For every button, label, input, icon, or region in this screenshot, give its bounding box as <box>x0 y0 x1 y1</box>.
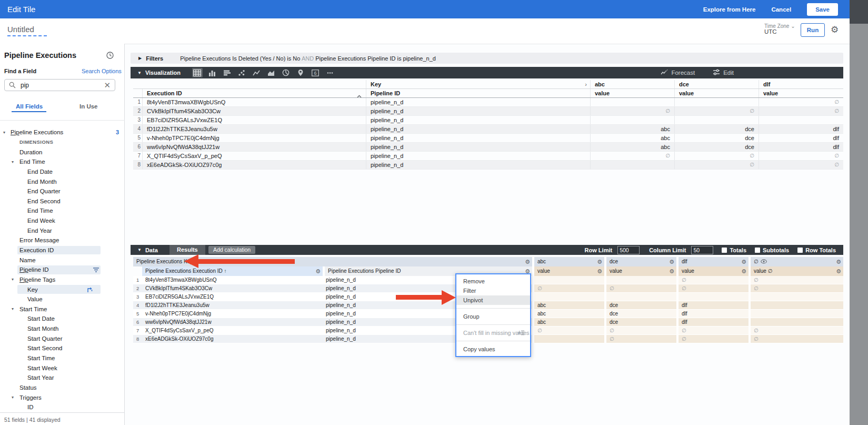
execution-id-cell[interactable]: CVkBkIplTfum4SKab3O3Cw <box>142 284 323 293</box>
value-cell[interactable]: ∅ <box>604 327 676 335</box>
menu-item-unpivot[interactable]: Unpivot <box>456 295 530 305</box>
menu-item-filter[interactable]: Filter <box>456 286 530 295</box>
column-header-pipeline-id[interactable]: Pipeline ID <box>366 89 590 97</box>
sidebar-field-start-second[interactable]: Start Second <box>0 343 125 353</box>
filters-bar[interactable]: ▶ Filters Pipeline Executions Is Deleted… <box>131 53 843 64</box>
cancel-button[interactable]: Cancel <box>771 6 791 13</box>
gear-icon[interactable]: ⚙ <box>836 257 841 266</box>
results-measure-header[interactable]: value ∅⚙ <box>749 266 843 276</box>
pivot-value-header[interactable]: dce <box>674 80 759 88</box>
pivot-icon[interactable] <box>86 286 93 293</box>
measure-column-header[interactable]: value <box>759 89 843 97</box>
pipeline-id-cell[interactable]: pipeline_n_d <box>366 125 590 133</box>
totals-checkbox[interactable] <box>722 248 727 253</box>
value-cell[interactable]: ∅ <box>590 152 674 160</box>
timezone-selector[interactable]: Time Zone ⌄ UTC <box>764 23 795 35</box>
execution-id-cell[interactable]: ww6vIpNvQfWdA38qtJJ21w <box>142 143 366 151</box>
execution-id-cell[interactable]: 8t4yVen8T3mwaXBWgbUSnQ <box>142 98 366 106</box>
value-cell[interactable] <box>674 116 759 124</box>
tab-in-use[interactable]: In Use <box>79 103 98 110</box>
execution-id-cell[interactable]: fD1l2J2hTTKE3Jeanu3u5w <box>142 301 323 310</box>
field-search-box[interactable]: ✕ <box>4 79 115 91</box>
execution-id-cell[interactable]: EB7ciDIZR5GALsJVxwZE1Q <box>142 293 323 301</box>
sidebar-field-execution-id[interactable]: Execution ID <box>0 245 125 255</box>
value-cell[interactable]: ∅ <box>749 284 843 293</box>
pipeline-id-cell[interactable]: pipeline_n_d <box>366 161 590 169</box>
forecast-button[interactable]: Forecast <box>661 69 695 76</box>
value-cell[interactable] <box>676 293 749 301</box>
value-cell[interactable]: ∅ <box>759 161 843 169</box>
value-cell[interactable]: ∅ <box>604 335 676 343</box>
sidebar-field-pipeline-id[interactable]: Pipeline ID <box>0 265 125 275</box>
value-cell[interactable]: abc <box>590 134 674 142</box>
gear-icon[interactable]: ⚙ <box>669 257 674 266</box>
execution-id-cell[interactable]: X_QTIF4dSyCsSaxV_p_peQ <box>142 152 366 160</box>
gear-icon[interactable]: ⚙ <box>669 266 674 276</box>
value-cell[interactable]: dce <box>674 125 759 133</box>
value-cell[interactable] <box>604 293 676 301</box>
results-header-execution-id[interactable]: Pipeline Executions Execution ID ↑⚙ <box>142 266 323 276</box>
menu-item-group[interactable]: Group <box>456 312 530 321</box>
value-cell[interactable]: dlf <box>759 125 843 133</box>
value-cell[interactable] <box>532 276 604 284</box>
search-options-link[interactable]: Search Options <box>82 68 122 74</box>
value-cell[interactable]: ∅ <box>676 335 749 343</box>
value-cell[interactable] <box>749 293 843 301</box>
results-measure-header[interactable]: value⚙ <box>532 266 604 276</box>
value-cell[interactable] <box>749 310 843 318</box>
pipeline-id-cell[interactable]: pipeline_n_d <box>366 116 590 124</box>
value-cell[interactable]: ∅ <box>749 276 843 284</box>
subtotals-checkbox[interactable] <box>755 248 760 253</box>
sidebar-field-duration[interactable]: Duration <box>0 147 125 157</box>
pie-chart-icon[interactable] <box>281 68 291 77</box>
sidebar-field-start-week[interactable]: Start Week <box>0 363 125 373</box>
sidebar-field-end-quarter[interactable]: End Quarter <box>0 186 125 196</box>
sidebar-field-start-time[interactable]: ▾Start Time <box>0 304 125 314</box>
value-cell[interactable]: dce <box>604 301 676 310</box>
value-cell[interactable]: ∅ <box>674 107 759 115</box>
scatter-chart-icon[interactable] <box>236 68 247 77</box>
row-totals-checkbox[interactable] <box>797 248 803 253</box>
value-cell[interactable] <box>604 276 676 284</box>
value-cell[interactable] <box>749 318 843 327</box>
execution-id-cell[interactable]: xE6eADGkSk-OXiUOZ97c0g <box>142 161 366 169</box>
run-button[interactable]: Run <box>801 23 825 37</box>
sidebar-field-status[interactable]: Status <box>0 383 125 393</box>
sidebar-field-start-year[interactable]: Start Year <box>0 373 125 383</box>
pipeline-id-cell[interactable]: pipeline_n_d <box>366 98 590 106</box>
explore-from-here-link[interactable]: Explore from Here <box>703 6 756 13</box>
pipeline-id-cell[interactable]: pipeline_n_d <box>366 107 590 115</box>
results-pivot-value-header[interactable]: dlf⚙ <box>676 257 749 266</box>
value-cell[interactable]: ∅ <box>604 284 676 293</box>
add-calculation-button[interactable]: Add calculation <box>208 246 255 254</box>
sidebar-field-end-time[interactable]: End Time <box>0 206 125 216</box>
sidebar-field-name[interactable]: Name <box>0 255 125 265</box>
value-cell[interactable]: dlf <box>676 301 749 310</box>
execution-id-cell[interactable]: fD1l2J2hTTKE3Jeanu3u5w <box>142 125 366 133</box>
menu-item-copy-values[interactable]: Copy values <box>456 344 530 354</box>
value-cell[interactable]: ∅ <box>749 327 843 335</box>
sidebar-field-start-quarter[interactable]: Start Quarter <box>0 333 125 343</box>
value-cell[interactable]: abc <box>532 310 604 318</box>
search-input[interactable] <box>19 81 104 90</box>
eye-icon[interactable] <box>761 258 767 266</box>
gear-icon[interactable]: ⚙ <box>315 266 321 276</box>
pipeline-id-cell[interactable]: pipeline_n_d <box>366 152 590 160</box>
row-limit-input[interactable] <box>617 246 640 254</box>
pivot-value-header[interactable]: dlf <box>759 80 843 88</box>
sidebar-field-triggers[interactable]: ▾Triggers <box>0 392 125 402</box>
value-cell[interactable]: dlf <box>676 318 749 327</box>
execution-id-cell[interactable]: v-Nheh0pTPC7E0jC4dmNjg <box>142 310 323 318</box>
value-cell[interactable] <box>532 335 604 343</box>
sidebar-field-end-time[interactable]: ▾End Time <box>0 157 125 167</box>
column-header-execution-id[interactable]: Execution ID <box>142 89 366 97</box>
sidebar-field-start-date[interactable]: Start Date <box>0 314 125 324</box>
save-button[interactable]: Save <box>807 3 838 16</box>
value-cell[interactable]: ∅ <box>590 107 674 115</box>
value-cell[interactable] <box>590 161 674 169</box>
gear-icon[interactable]: ⚙ <box>525 257 530 266</box>
value-cell[interactable]: dlf <box>759 134 843 142</box>
results-measure-header[interactable]: value⚙ <box>676 266 749 276</box>
value-cell[interactable]: ∅ <box>676 276 749 284</box>
menu-item-remove[interactable]: Remove <box>456 276 530 286</box>
